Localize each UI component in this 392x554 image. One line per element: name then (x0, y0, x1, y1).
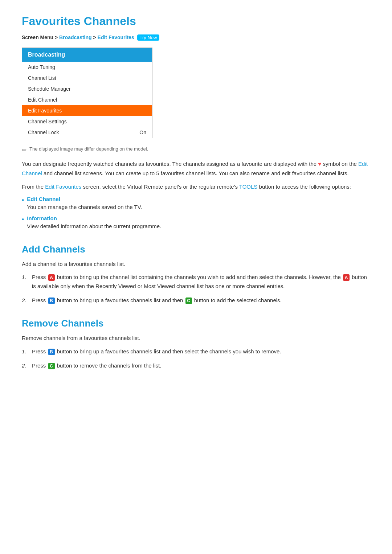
page-title: Favourites Channels (22, 15, 370, 28)
menu-item-autotuning[interactable]: Auto Tuning (22, 62, 152, 73)
breadcrumb-link-editfavourites[interactable]: Edit Favourites (98, 34, 134, 40)
remove-step-2-text: Press C button to remove the channels fr… (32, 361, 161, 370)
remove-step-1-num: 1. (22, 347, 28, 356)
intro-para2-middle: screen, select the Virtual Remote panel'… (81, 184, 239, 190)
breadcrumb: Screen Menu > Broadcasting > Edit Favour… (22, 34, 370, 40)
btn-a-2: A (343, 274, 350, 281)
remove-step-1-text: Press B button to bring up a favourites … (32, 347, 281, 356)
remove-step-1: 1. Press B button to bring up a favourit… (22, 347, 370, 356)
intro-para1-middle: symbol on the (321, 161, 358, 167)
menu-item-editchannel[interactable]: Edit Channel (22, 94, 152, 105)
tools-item-1-title[interactable]: Edit Channel (27, 196, 142, 202)
menu-item-channelsettings[interactable]: Channel Settings (22, 116, 152, 127)
btn-b-1: B (48, 297, 55, 304)
tools-item-1-desc: You can manage the channels saved on the… (27, 203, 142, 212)
note-row: ✏ The displayed image may differ dependi… (22, 146, 370, 153)
remove-step-2: 2. Press C button to remove the channels… (22, 361, 370, 370)
bullet-dot-2: • (22, 215, 24, 224)
add-step-1: 1. Press A button to bring up the channe… (22, 273, 370, 291)
add-channels-title: Add Channels (22, 244, 370, 255)
menu-item-channellock[interactable]: Channel Lock On (22, 127, 152, 138)
breadcrumb-link-broadcasting[interactable]: Broadcasting (59, 34, 91, 40)
most-viewed-link[interactable]: Most Viewed (144, 283, 175, 289)
menu-item-channellist[interactable]: Channel List (22, 73, 152, 83)
bullet-item-information: • Information View detailed information … (22, 215, 370, 231)
intro-para1-after: and channel list screens. You can create… (42, 170, 349, 176)
tools-item-2-desc: View detailed information about the curr… (27, 222, 161, 231)
breadcrumb-prefix: Screen Menu (22, 34, 53, 40)
tools-link[interactable]: TOOLS (239, 184, 258, 190)
btn-a-1: A (48, 274, 55, 281)
remove-channels-intro: Remove channels from a favourites channe… (22, 333, 370, 343)
recently-viewed-link[interactable]: Recently Viewed (95, 283, 136, 289)
add-step-2-num: 2. (22, 296, 28, 305)
intro-para1: You can designate frequently watched cha… (22, 159, 370, 178)
bullet-dot-1: • (22, 196, 24, 205)
channel-lock-value: On (139, 130, 146, 135)
add-step-1-text: Press A button to bring up the channel l… (32, 273, 370, 291)
pencil-icon: ✏ (22, 147, 26, 153)
add-step-1-num: 1. (22, 273, 28, 282)
tools-items: • Edit Channel You can manage the channe… (22, 196, 370, 231)
remove-channels-steps: 1. Press B button to bring up a favourit… (22, 347, 370, 370)
intro-para1-before: You can designate frequently watched cha… (22, 161, 318, 167)
tools-item-2-title[interactable]: Information (27, 215, 161, 221)
edit-favourites-link2[interactable]: Edit Favourites (45, 184, 81, 190)
menu-item-editfavourites[interactable]: Edit Favourites (22, 105, 152, 116)
btn-c-2: C (48, 363, 55, 369)
add-channels-steps: 1. Press A button to bring up the channe… (22, 273, 370, 305)
remove-step-2-num: 2. (22, 361, 28, 370)
menu-header: Broadcasting (22, 48, 152, 62)
try-now-button[interactable]: Try Now (137, 34, 160, 41)
btn-c-1: C (185, 297, 192, 304)
add-step-2-text: Press B button to bring up a favourites … (32, 296, 282, 305)
bullet-item-editchannel: • Edit Channel You can manage the channe… (22, 196, 370, 212)
note-text: The displayed image may differ depending… (29, 146, 148, 152)
add-channels-intro: Add a channel to a favourites channels l… (22, 259, 370, 269)
remove-channels-title: Remove Channels (22, 318, 370, 329)
menu-item-schedulemanager[interactable]: Schedule Manager (22, 83, 152, 94)
menu-box: Broadcasting Auto Tuning Channel List Sc… (22, 48, 152, 138)
btn-b-2: B (48, 349, 55, 355)
heart-symbol: ♥ (318, 161, 321, 167)
add-step-2: 2. Press B button to bring up a favourit… (22, 296, 370, 305)
intro-para2-after: button to access the following options: (257, 184, 351, 190)
intro-para2-before: From the (22, 184, 45, 190)
intro-para2: From the Edit Favourites screen, select … (22, 182, 370, 192)
channel-lock-label: Channel Lock (28, 130, 59, 135)
